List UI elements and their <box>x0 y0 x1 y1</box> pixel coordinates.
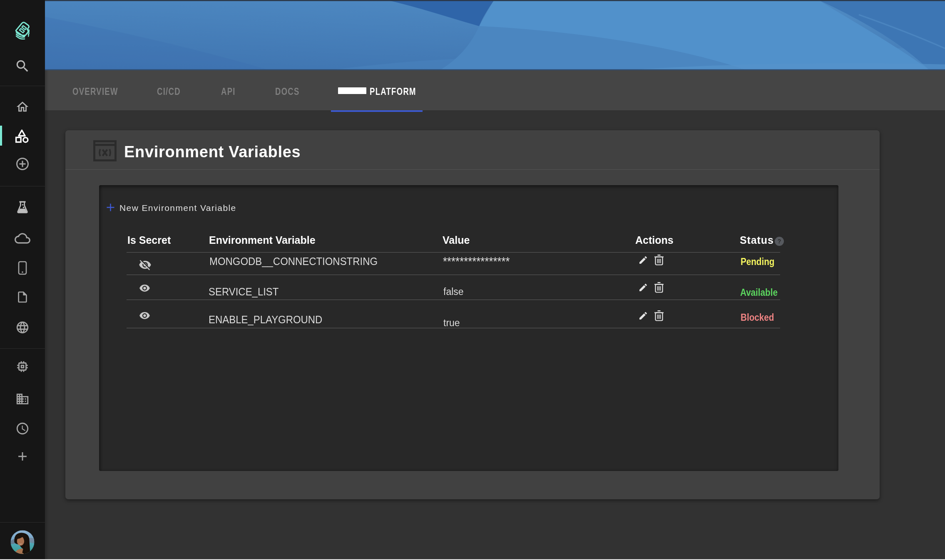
svg-text:?: ? <box>778 238 781 245</box>
